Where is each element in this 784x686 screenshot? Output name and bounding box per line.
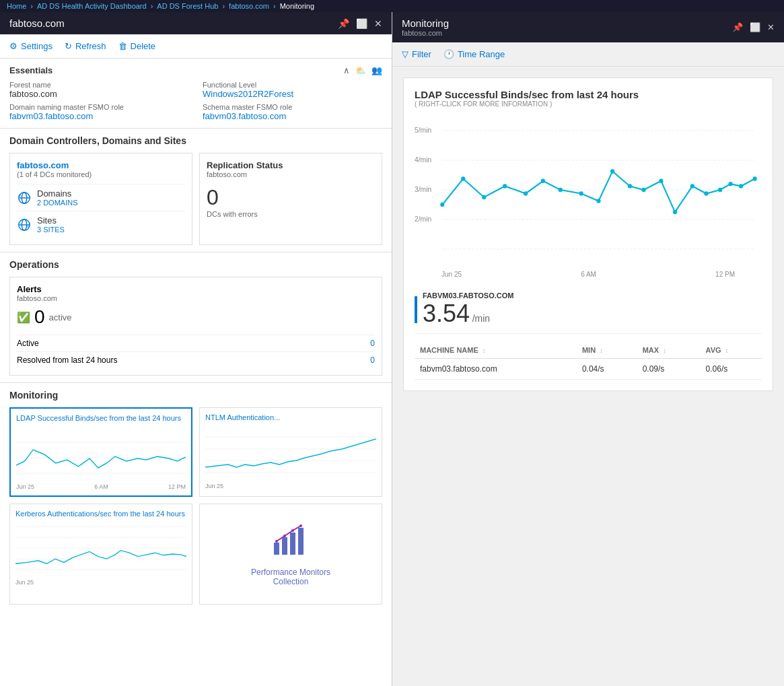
cell-machine: fabvm03.fabtoso.com (415, 359, 577, 380)
svg-rect-23 (298, 528, 304, 555)
breadcrumb-dashboard[interactable]: AD DS Health Activity Dashboard (37, 2, 147, 10)
rep-count: 0 (207, 185, 375, 210)
right-panel-header: Monitoring fabtoso.com 📌 ⬜ ✕ (392, 12, 784, 42)
alerts-box: Alerts fabtoso.com ✅ 0 active Active 0 R… (9, 277, 382, 376)
settings-icon: ⚙ (9, 41, 17, 51)
kerberos-card-title: Kerberos Authentications/sec from the la… (15, 510, 186, 518)
right-pin-icon[interactable]: 📌 (732, 22, 743, 32)
schema-master-label: Schema master FSMO role (203, 103, 382, 111)
perf-title: Performance MonitorsCollection (251, 568, 330, 586)
svg-point-43 (559, 188, 563, 193)
replication-card[interactable]: Replication Status fabtoso.com 0 DCs wit… (199, 153, 382, 245)
svg-point-49 (659, 179, 663, 184)
alert-stat-active: Active 0 (17, 335, 375, 351)
dc-card[interactable]: fabtoso.com (1 of 4 DCs monitored) Domai… (9, 153, 192, 245)
current-unit: /min (472, 313, 490, 324)
svg-point-24 (275, 540, 278, 543)
settings-button[interactable]: ⚙ Settings (9, 41, 52, 51)
table-row[interactable]: fabvm03.fabtoso.com 0.04/s 0.09/s 0.06/s (415, 359, 762, 380)
current-value: 3.54 (423, 300, 470, 327)
svg-point-7 (27, 225, 30, 228)
operations-section: Operations Alerts fabtoso.com ✅ 0 active… (0, 252, 392, 383)
ldap-card-title: LDAP Successful Binds/sec from the last … (16, 414, 186, 422)
svg-point-41 (524, 191, 528, 196)
schema-master-value: fabvm03.fabtoso.com (203, 111, 382, 121)
forest-name-label: Forest name (9, 81, 189, 89)
ntlm-card-title: NTLM Authentication... (205, 413, 376, 421)
right-panel-subtitle: fabtoso.com (402, 29, 449, 37)
kerberos-monitor-card[interactable]: Kerberos Authentications/sec from the la… (9, 504, 192, 605)
col-max[interactable]: MAX ↕ (637, 342, 701, 359)
svg-text:5/min: 5/min (415, 126, 431, 134)
detail-title: LDAP Successful Binds/sec from last 24 h… (415, 89, 762, 100)
alerts-count: 0 (34, 306, 45, 328)
right-close-icon[interactable]: ✕ (767, 22, 775, 32)
perf-monitor-card[interactable]: Performance MonitorsCollection (199, 504, 382, 605)
delete-button[interactable]: 🗑 Delete (118, 41, 156, 51)
cloud-icon[interactable]: ⛅ (355, 65, 366, 75)
perf-icon (271, 522, 311, 562)
dc-card-title: fabtoso.com (17, 160, 185, 170)
right-toolbar: ▽ Filter 🕐 Time Range (392, 42, 784, 67)
breadcrumb-domain[interactable]: fabtoso.com (229, 2, 269, 10)
left-panel: fabtoso.com 📌 ⬜ ✕ ⚙ Settings ↻ Refresh 🗑… (0, 12, 392, 686)
large-chart-container: 5/min 4/min 3/min 2/min (415, 116, 762, 264)
sites-item[interactable]: Sites 3 SITES (17, 211, 185, 238)
svg-point-46 (610, 169, 614, 174)
close-icon[interactable]: ✕ (374, 18, 382, 29)
pin-icon[interactable]: 📌 (338, 18, 349, 29)
svg-point-27 (299, 524, 302, 527)
operations-title: Operations (9, 259, 382, 270)
breadcrumb-home[interactable]: Home (7, 2, 26, 10)
svg-point-3 (19, 194, 22, 197)
monitoring-grid: LDAP Successful Binds/sec from the last … (9, 407, 382, 605)
maximize-icon[interactable]: ⬜ (356, 18, 367, 29)
ntlm-monitor-card[interactable]: NTLM Authentication... Jun 25 (199, 407, 382, 497)
dc-section-title: Domain Controllers, Domains and Sites (9, 135, 382, 146)
svg-point-40 (503, 184, 507, 188)
essentials-label: Essentials (9, 65, 52, 75)
breadcrumb-forest[interactable]: AD DS Forest Hub (157, 2, 218, 10)
alert-stat-resolved: Resolved from last 24 hours 0 (17, 351, 375, 368)
svg-point-37 (440, 203, 444, 207)
chart-x-labels: Jun 25 6 AM 12 PM (415, 271, 762, 278)
alerts-active-label: active (49, 312, 72, 322)
check-icon: ✅ (17, 311, 30, 324)
svg-point-45 (596, 199, 600, 203)
ntlm-x-labels: Jun 25 (205, 483, 376, 489)
ldap-monitor-card[interactable]: LDAP Successful Binds/sec from the last … (9, 407, 192, 497)
domain-naming-value: fabvm03.fabtoso.com (9, 111, 189, 121)
left-toolbar: ⚙ Settings ↻ Refresh 🗑 Delete (0, 34, 392, 59)
users-icon[interactable]: 👥 (371, 65, 382, 75)
svg-rect-20 (274, 543, 279, 555)
col-avg[interactable]: AVG ↕ (701, 342, 762, 359)
collapse-icon[interactable]: ∧ (343, 65, 350, 75)
current-machine: FABVM03.FABTOSO.COM (423, 291, 513, 300)
refresh-button[interactable]: ↻ Refresh (65, 41, 106, 51)
functional-level-label: Functional Level (203, 81, 382, 89)
domains-name: Domains (37, 188, 78, 199)
monitoring-section: Monitoring LDAP Successful Binds/sec fro… (0, 383, 392, 611)
col-machine[interactable]: MACHINE NAME ↕ (415, 342, 577, 359)
svg-text:4/min: 4/min (415, 156, 431, 164)
refresh-icon: ↻ (65, 41, 72, 51)
left-panel-title: fabtoso.com (9, 18, 65, 29)
right-panel-title: Monitoring (402, 18, 449, 29)
alerts-domain: fabtoso.com (17, 294, 375, 302)
time-range-button[interactable]: 🕐 Time Range (443, 49, 505, 59)
svg-point-38 (461, 176, 465, 181)
right-maximize-icon[interactable]: ⬜ (750, 22, 760, 32)
cell-max: 0.09/s (637, 359, 701, 380)
filter-button[interactable]: ▽ Filter (402, 49, 431, 59)
forest-name-value: fabtoso.com (9, 89, 189, 99)
svg-point-55 (739, 184, 743, 188)
detail-card: LDAP Successful Binds/sec from last 24 h… (403, 77, 773, 391)
stats-table: MACHINE NAME ↕ MIN ↕ MAX ↕ AVG ↕ (415, 342, 762, 380)
right-panel: Monitoring fabtoso.com 📌 ⬜ ✕ ▽ Filter 🕐 … (392, 12, 784, 686)
kerberos-x-labels: Jun 25 (15, 579, 186, 586)
col-min[interactable]: MIN ↕ (577, 342, 637, 359)
svg-point-42 (541, 179, 545, 184)
domains-item[interactable]: Domains 2 DOMAINS (17, 184, 185, 211)
detail-subtitle: ( RIGHT-CLICK FOR MORE INFORMATION ) (415, 100, 762, 108)
svg-rect-21 (282, 537, 287, 555)
